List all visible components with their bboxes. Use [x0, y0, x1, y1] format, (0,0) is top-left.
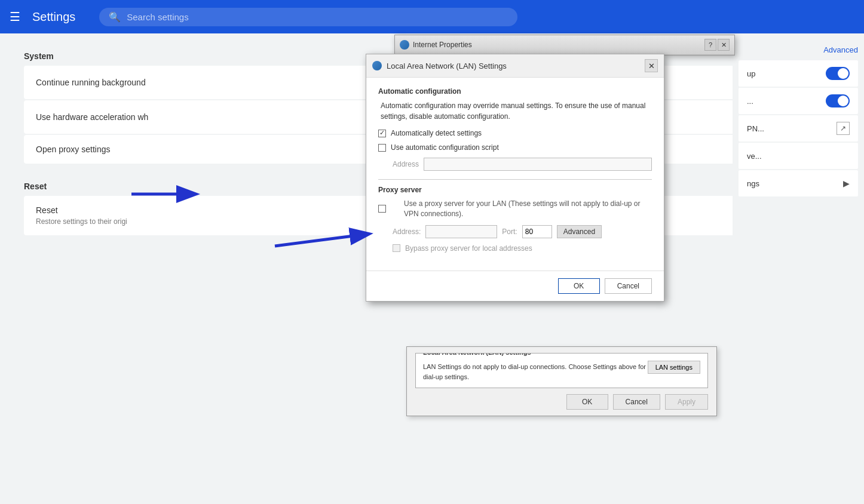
continue-running-text: Continue running background: [36, 78, 146, 87]
lan-content: Automatic configuration Automatic config…: [366, 78, 664, 271]
ip-apply-btn[interactable]: Apply: [665, 394, 708, 410]
proxy-addr-input[interactable]: [425, 225, 497, 238]
address-input[interactable]: [424, 158, 652, 171]
lan-titlebar: Local Area Network (LAN) Settings ✕: [366, 54, 664, 78]
search-input[interactable]: [127, 12, 508, 22]
address-label: Address: [393, 160, 419, 168]
internet-properties-dialog: Internet Properties ? ✕: [394, 35, 735, 56]
topbar: ☰ Settings 🔍: [0, 0, 864, 33]
proxy-section: Use a proxy server for your LAN (These s…: [378, 199, 652, 253]
partial-item-2[interactable]: ...: [739, 88, 858, 114]
auto-config-desc: Automatic configuration may override man…: [378, 100, 652, 122]
auto-detect-label: Automatically detect settings: [391, 129, 482, 137]
proxy-addr-label: Address:: [393, 228, 421, 236]
partial-open-icon-3[interactable]: ↗: [837, 122, 850, 135]
auto-script-label: Use automatic configuration script: [391, 143, 499, 152]
right-settings-panel: Advanced up ... PN... ↗ ve... ngs ▶: [733, 33, 864, 504]
proxy-addr-row: Address: Port: Advanced: [393, 225, 652, 238]
ip-titlebar-left: Internet Properties: [400, 40, 472, 50]
proxy-use-row[interactable]: Use a proxy server for your LAN (These s…: [378, 199, 652, 219]
partial-item-3-text: PN...: [747, 124, 764, 133]
auto-detect-checkbox[interactable]: [378, 130, 386, 137]
partial-item-4-text: ve...: [747, 152, 762, 161]
bypass-label: Bypass proxy server for local addresses: [405, 244, 532, 253]
search-bar[interactable]: 🔍: [99, 8, 517, 26]
separator: [378, 179, 652, 180]
proxy-port-input[interactable]: [522, 225, 552, 238]
lan-cancel-btn[interactable]: Cancel: [605, 278, 652, 294]
ip-bottom-buttons: OK Cancel Apply: [415, 394, 708, 410]
lan-section-group: Local Area Network (LAN) settings LAN se…: [415, 353, 708, 388]
lan-title: Local Area Network (LAN) Settings: [387, 62, 507, 70]
ip-ok-btn[interactable]: OK: [566, 394, 608, 410]
lan-globe-icon: [372, 61, 382, 70]
partial-item-5-text: ngs: [747, 179, 759, 188]
auto-script-checkbox[interactable]: [378, 144, 386, 152]
arrow-1: [125, 182, 203, 206]
partial-toggle-1[interactable]: [826, 67, 850, 80]
ip-question-btn[interactable]: ?: [704, 39, 716, 51]
ip-close-btn[interactable]: ✕: [718, 39, 730, 51]
partial-item-1-text: up: [747, 69, 755, 78]
advanced-label: Advanced: [739, 45, 858, 54]
auto-config-header: Automatic configuration: [378, 87, 652, 96]
partial-toggle-2[interactable]: [826, 94, 850, 107]
lan-close-btn[interactable]: ✕: [645, 59, 658, 72]
ip-cancel-btn[interactable]: Cancel: [613, 394, 660, 410]
proxy-server-header: Proxy server: [378, 186, 652, 194]
globe-icon: [400, 40, 409, 50]
hardware-accel-text: Use hardware acceleration wh: [36, 112, 148, 122]
open-proxy-text: Open proxy settings: [36, 145, 111, 154]
partial-item-2-text: ...: [747, 97, 753, 106]
ip-bottom-section: Local Area Network (LAN) settings LAN se…: [406, 346, 717, 416]
partial-item-4[interactable]: ve...: [739, 143, 858, 169]
lan-ok-btn[interactable]: OK: [558, 278, 600, 294]
lan-settings-dialog: Local Area Network (LAN) Settings ✕ Auto…: [366, 54, 664, 302]
lan-titlebar-left: Local Area Network (LAN) Settings: [372, 61, 507, 70]
lan-settings-btn[interactable]: LAN settings: [648, 361, 700, 374]
settings-title: Settings: [32, 10, 75, 24]
lan-section-legend: Local Area Network (LAN) settings: [421, 353, 534, 356]
address-row: Address: [393, 158, 652, 171]
ip-title: Internet Properties: [413, 41, 472, 49]
advanced-btn[interactable]: Advanced: [557, 225, 602, 238]
ip-titlebar-buttons: ? ✕: [704, 39, 730, 51]
arrow-2: [269, 222, 376, 252]
partial-item-5[interactable]: ngs ▶: [739, 170, 858, 196]
bypass-row[interactable]: Bypass proxy server for local addresses: [393, 244, 652, 253]
proxy-port-label: Port:: [502, 228, 517, 236]
bypass-checkbox[interactable]: [393, 244, 400, 252]
auto-script-row[interactable]: Use automatic configuration script: [378, 143, 652, 152]
proxy-use-checkbox[interactable]: [378, 205, 386, 213]
search-icon: 🔍: [109, 11, 121, 23]
partial-item-1[interactable]: up: [739, 60, 858, 87]
menu-icon[interactable]: ☰: [10, 10, 20, 24]
svg-line-3: [275, 234, 367, 246]
ip-titlebar: Internet Properties ? ✕: [395, 35, 734, 55]
lan-dialog-buttons: OK Cancel: [366, 271, 664, 301]
partial-item-3[interactable]: PN... ↗: [739, 115, 858, 142]
expand-icon[interactable]: ▶: [843, 179, 850, 188]
proxy-use-label: Use a proxy server for your LAN (These s…: [404, 199, 652, 219]
auto-detect-row[interactable]: Automatically detect settings: [378, 129, 652, 137]
